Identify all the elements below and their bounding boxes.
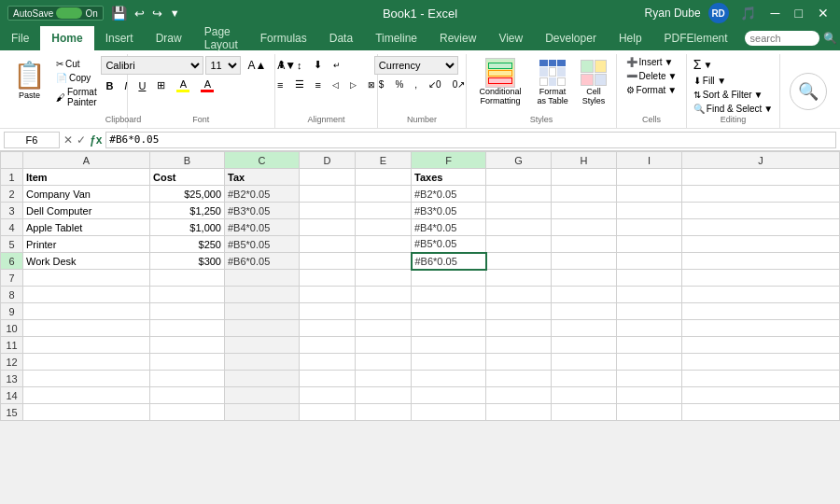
cell-e5[interactable] (356, 236, 412, 253)
autosum-button[interactable]: Σ ▼ (690, 56, 777, 73)
cell-c10[interactable] (225, 320, 300, 337)
cell-b6[interactable]: $300 (150, 253, 225, 270)
font-family-select[interactable]: Calibri (101, 56, 203, 75)
align-top-btn[interactable]: ⬆ (273, 56, 290, 74)
cell-e4[interactable] (356, 219, 412, 236)
cell-d10[interactable] (300, 320, 356, 337)
cell-d5[interactable] (300, 236, 356, 253)
cut-button[interactable]: ✂ Cut (53, 58, 100, 70)
number-format-select[interactable]: Currency (374, 56, 458, 75)
cell-i6[interactable] (617, 253, 682, 270)
indent-decrease-btn[interactable]: ◁ (328, 76, 343, 93)
cell-j10[interactable] (682, 320, 840, 337)
cell-c12[interactable] (225, 354, 300, 371)
cell-a11[interactable] (23, 337, 150, 354)
cell-f13[interactable] (412, 371, 486, 387)
tab-timeline[interactable]: Timeline (364, 26, 428, 50)
cell-j14[interactable] (682, 387, 840, 404)
cell-c1[interactable]: Tax (225, 169, 300, 186)
paste-button[interactable]: 📋 Paste (9, 58, 49, 102)
confirm-formula-icon[interactable]: ✓ (77, 133, 86, 147)
cell-j11[interactable] (682, 337, 840, 354)
cell-a2[interactable]: Company Van (23, 186, 150, 203)
cell-c2[interactable]: #B2*0.05 (225, 186, 300, 203)
cell-f3[interactable]: #B3*0.05 (412, 203, 486, 219)
cell-d15[interactable] (300, 404, 356, 421)
cell-a14[interactable] (23, 387, 150, 404)
cell-c5[interactable]: #B5*0.05 (225, 236, 300, 253)
cell-d6[interactable] (300, 253, 356, 270)
cell-b8[interactable] (150, 287, 225, 303)
col-header-a[interactable]: A (23, 152, 150, 169)
cell-c7[interactable] (225, 270, 300, 287)
cell-b9[interactable] (150, 303, 225, 320)
tab-formulas[interactable]: Formulas (249, 26, 318, 50)
cell-i9[interactable] (617, 303, 682, 320)
cell-j7[interactable] (682, 270, 840, 287)
cell-g6[interactable] (486, 253, 552, 270)
cell-b11[interactable] (150, 337, 225, 354)
cell-e9[interactable] (356, 303, 412, 320)
col-header-b[interactable]: B (150, 152, 225, 169)
cell-b1[interactable]: Cost (150, 169, 225, 186)
cell-i2[interactable] (617, 186, 682, 203)
cell-f10[interactable] (412, 320, 486, 337)
cell-c11[interactable] (225, 337, 300, 354)
format-cells-button[interactable]: ⚙ Format ▼ (623, 84, 681, 96)
cell-j4[interactable] (682, 219, 840, 236)
cell-d12[interactable] (300, 354, 356, 371)
conditional-formatting-button[interactable]: Conditional Formatting (472, 56, 528, 108)
cell-b2[interactable]: $25,000 (150, 186, 225, 203)
cell-h3[interactable] (552, 203, 617, 219)
cell-j3[interactable] (682, 203, 840, 219)
cell-d13[interactable] (300, 371, 356, 387)
cell-g3[interactable] (486, 203, 552, 219)
cell-g2[interactable] (486, 186, 552, 203)
cell-b7[interactable] (150, 270, 225, 287)
cell-h11[interactable] (552, 337, 617, 354)
cell-e3[interactable] (356, 203, 412, 219)
font-color-button[interactable]: A (196, 77, 218, 94)
cell-i1[interactable] (617, 169, 682, 186)
col-header-e[interactable]: E (356, 152, 412, 169)
cell-j12[interactable] (682, 354, 840, 371)
cell-d7[interactable] (300, 270, 356, 287)
cell-e15[interactable] (356, 404, 412, 421)
cell-g1[interactable] (486, 169, 552, 186)
cell-i8[interactable] (617, 287, 682, 303)
cell-d2[interactable] (300, 186, 356, 203)
cell-a3[interactable]: Dell Computer (23, 203, 150, 219)
cell-g13[interactable] (486, 371, 552, 387)
cell-b10[interactable] (150, 320, 225, 337)
cell-d1[interactable] (300, 169, 356, 186)
fill-button[interactable]: ⬇ Fill ▼ (690, 75, 777, 87)
formula-input[interactable] (105, 132, 836, 148)
cell-h5[interactable] (552, 236, 617, 253)
cell-h6[interactable] (552, 253, 617, 270)
fill-color-button[interactable]: A (172, 77, 194, 94)
cell-j2[interactable] (682, 186, 840, 203)
tab-home[interactable]: Home (40, 26, 93, 50)
tab-file[interactable]: File (0, 26, 40, 50)
cell-d11[interactable] (300, 337, 356, 354)
tab-help[interactable]: Help (608, 26, 653, 50)
cell-h13[interactable] (552, 371, 617, 387)
cell-f11[interactable] (412, 337, 486, 354)
name-box[interactable] (4, 132, 60, 148)
indent-increase-btn[interactable]: ▷ (345, 76, 361, 93)
cell-a13[interactable] (23, 371, 150, 387)
cell-j5[interactable] (682, 236, 840, 253)
cell-h14[interactable] (552, 387, 617, 404)
cell-e12[interactable] (356, 354, 412, 371)
cell-g12[interactable] (486, 354, 552, 371)
cell-e14[interactable] (356, 387, 412, 404)
save-icon[interactable]: 💾 (111, 6, 127, 21)
cell-h10[interactable] (552, 320, 617, 337)
cell-b4[interactable]: $1,000 (150, 219, 225, 236)
cell-e2[interactable] (356, 186, 412, 203)
cell-h7[interactable] (552, 270, 617, 287)
col-header-d[interactable]: D (300, 152, 356, 169)
tab-view[interactable]: View (487, 26, 534, 50)
cell-b15[interactable] (150, 404, 225, 421)
tab-pdfelement[interactable]: PDFElement (653, 26, 739, 50)
